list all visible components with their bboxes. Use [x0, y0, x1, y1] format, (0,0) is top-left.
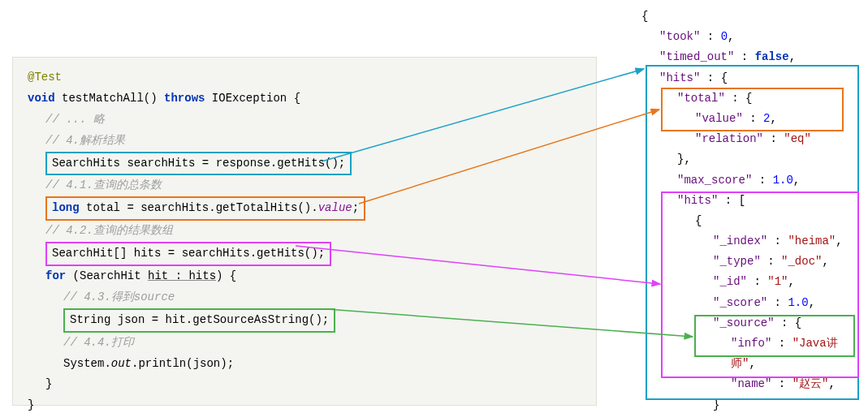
code-line: @Test: [28, 67, 581, 88]
src-box: String json = hit.getSourceAsString();: [63, 308, 335, 333]
json-line: {: [641, 6, 857, 27]
java-code-panel: @Test void testMatchAll() throws IOExcep…: [12, 57, 597, 406]
total-json-box: [661, 88, 844, 131]
code-line: }: [28, 374, 581, 395]
code-line: String json = hit.getSourceAsString();: [28, 308, 581, 333]
annotation: @Test: [28, 71, 62, 84]
code-line: // 4.4.打印: [28, 333, 581, 354]
code-line: SearchHit[] hits = searchHits.getHits();: [28, 242, 581, 266]
code-line: // 4.2.查询的结果数组: [28, 221, 581, 242]
code-line: for (SearchHit hit : hits) {: [28, 266, 581, 287]
json-line: "took" : 0,: [641, 27, 857, 47]
code-line: // 4.1.查询的总条数: [28, 175, 581, 196]
hits-box: SearchHits searchHits = response.getHits…: [45, 152, 352, 176]
code-line: // 4.3.得到source: [28, 287, 581, 308]
code-line: long total = searchHits.getTotalHits().v…: [28, 196, 581, 221]
code-line: void testMatchAll() throws IOException {: [28, 88, 581, 110]
arr-box: SearchHit[] hits = searchHits.getHits();: [45, 242, 331, 266]
code-line: System.out.println(json);: [28, 354, 581, 375]
code-line: }: [28, 395, 581, 413]
code-line: // ... 略: [28, 110, 581, 131]
total-box: long total = searchHits.getTotalHits().v…: [45, 196, 365, 221]
code-line: SearchHits searchHits = response.getHits…: [28, 152, 581, 176]
source-json-box: [694, 315, 855, 357]
code-line: // 4.解析结果: [28, 131, 581, 152]
